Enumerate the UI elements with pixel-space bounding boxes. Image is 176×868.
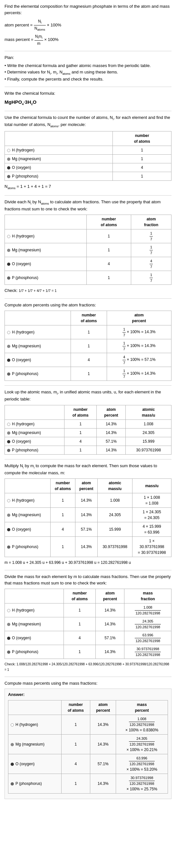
plan-section: Plan: • Write the chemical formula and g…: [4, 55, 172, 83]
count-table: numberof atoms H (hydrogen) 1 Mg (magnes…: [4, 131, 172, 181]
mol-mass-title: Multiply Ni by mi to compute the mass fo…: [4, 463, 172, 476]
n-p7: 1: [61, 774, 90, 794]
n-p2: 1: [87, 271, 131, 285]
answer-label: Answer:: [8, 691, 168, 698]
table-row: P (phosphorus) 1: [5, 172, 172, 181]
table-row: H (hydrogen) 1: [5, 146, 172, 155]
mf-o6: 63.996120.282761998: [124, 631, 172, 645]
dot-mg: [7, 158, 10, 161]
col-mf6: massfraction: [124, 589, 172, 603]
am-mg5: 24.305: [97, 508, 132, 522]
mass-percent-formula: mass percent = Nimim × 100%: [4, 33, 172, 46]
table-row: P (phosphorus) 1 14.3% 30.973761998120.2…: [8, 774, 168, 794]
dot-p3: [7, 372, 10, 376]
dot-o5: [7, 528, 10, 531]
el-o2: O (oxygen): [5, 257, 87, 271]
ap-p7: 14.3%: [90, 774, 116, 794]
ap-mg4: 14.3%: [97, 428, 126, 437]
element-mg: Mg (magnesium): [5, 155, 113, 163]
el-h7: H (hydrogen): [8, 715, 62, 735]
atomic-mass-table: numberof atoms atompercent atomicmass/u …: [4, 405, 172, 455]
frac-h: 17: [131, 229, 171, 243]
ap-o7: 57.1%: [90, 754, 116, 774]
el-mg5: Mg (magnesium): [5, 508, 51, 522]
ap-o6: 57.1%: [96, 631, 124, 645]
col-el5: [5, 479, 51, 493]
n-o2: 4: [87, 257, 131, 271]
mass-fraction-table: numberof atoms atompercent massfraction …: [4, 589, 172, 659]
frac-o: 47: [131, 257, 171, 271]
col-ap5: atompercent: [75, 479, 97, 493]
natoms-equation: Natoms = 1 + 1 + 4 + 1 = 7: [4, 183, 172, 190]
dot-p5: [7, 546, 10, 549]
el-h: H (hydrogen): [5, 229, 87, 243]
table-row: O (oxygen) 4 57.1% 15.999 4 × 15.999= 63…: [5, 522, 172, 537]
m-equation: m = 1.008 u + 24.305 u + 63.996 u + 30.9…: [4, 560, 172, 565]
divider-2: [4, 87, 172, 87]
col-el7: [8, 701, 62, 715]
el-h3: H (hydrogen): [5, 326, 71, 339]
n-o4: 4: [64, 437, 97, 445]
mass-o5: 4 × 15.999= 63.996: [133, 522, 172, 537]
mass-frac-title: Divide the mass for each element by m to…: [4, 574, 172, 586]
n-mg6: 1: [64, 617, 96, 631]
n-h5: 1: [50, 493, 75, 508]
mf-h6: 1.008120.282761998: [124, 603, 172, 617]
am-o5: 15.999: [97, 522, 132, 537]
col-el4: [5, 405, 64, 420]
dot-o4: [7, 440, 10, 443]
atom-percent-formula: atom percent = NiNatoms × 100%: [4, 19, 172, 32]
dot-o3: [7, 359, 10, 362]
table-row: Mg (magnesium) 1: [5, 155, 172, 163]
mass-pct-title: Compute mass percents using the mass fra…: [4, 680, 172, 687]
element-o: O (oxygen): [5, 163, 113, 172]
table-row: P (phosphorus) 1 17: [5, 271, 172, 285]
el-o4: O (oxygen): [5, 437, 64, 445]
mass-fraction-section: Divide the mass for each element by m to…: [4, 574, 172, 672]
divider-9: [4, 677, 172, 677]
table-row: Mg (magnesium) 1 17: [5, 243, 172, 257]
col-ap7: atompercent: [90, 701, 116, 715]
atom-percent-title: Compute atom percents using the atom fra…: [4, 302, 172, 308]
el-mg6: Mg (magnesium): [5, 617, 64, 631]
table-row: P (phosphorus) 1 14.3% 30.973761998120.2…: [5, 645, 172, 659]
apct-o: 47 × 100% = 57.1%: [107, 353, 171, 367]
answer-box: Answer: numberof atoms atompercent massp…: [4, 688, 172, 799]
col-n: numberof atoms: [87, 215, 131, 229]
n-mg2: 1: [87, 243, 131, 257]
el-o5: O (oxygen): [5, 522, 51, 537]
el-o3: O (oxygen): [5, 353, 71, 367]
el-mg7: Mg (magnesium): [8, 735, 62, 754]
mp-h7: 1.008120.282761998× 100% = 0.8380%: [116, 715, 168, 735]
mass-p5: 1 ×30.973761998= 30.973761998: [133, 537, 172, 557]
dot-h4: [7, 423, 10, 426]
col-mp7: masspercent: [116, 701, 168, 715]
dot-mg6: [7, 623, 10, 626]
ap-h4: 14.3%: [97, 420, 126, 428]
el-o6: O (oxygen): [5, 631, 64, 645]
divider-7: [4, 459, 172, 460]
mp-mg7: 24.305120.282761998× 100% = 20.21%: [116, 735, 168, 754]
plan-step-1: • Write the chemical formula and gather …: [4, 63, 172, 69]
count-title: Use the chemical formula to count the nu…: [4, 114, 172, 129]
table-row: P (phosphorus) 1 17 × 100% = 14.3%: [5, 367, 172, 381]
dot-o2: [7, 262, 10, 266]
col-am5: atomicmass/u: [97, 479, 132, 493]
divider-6: [4, 385, 172, 386]
el-p4: P (phosphorus): [5, 445, 64, 454]
atom-fraction-section: Divide each Ni by Natoms to calculate at…: [4, 199, 172, 294]
n-o6: 4: [64, 631, 96, 645]
el-o7: O (oxygen): [8, 754, 62, 774]
n-p: 1: [113, 172, 172, 181]
formula-title: Write the chemical formula:: [4, 90, 172, 97]
n-h7: 1: [61, 715, 90, 735]
n-o3: 4: [71, 353, 107, 367]
dot-p: [7, 175, 10, 178]
dot-mg4: [7, 431, 10, 435]
table-row: H (hydrogen) 1 14.3% 1.008 1 × 1.008= 1.…: [5, 493, 172, 508]
col-am4: atomicmass/u: [126, 405, 172, 420]
ap-p4: 14.3%: [97, 445, 126, 454]
dot-h3: [7, 331, 10, 334]
col-ap6: atompercent: [96, 589, 124, 603]
table-row: O (oxygen) 4 57.1% 63.996120.282761998× …: [8, 754, 168, 774]
